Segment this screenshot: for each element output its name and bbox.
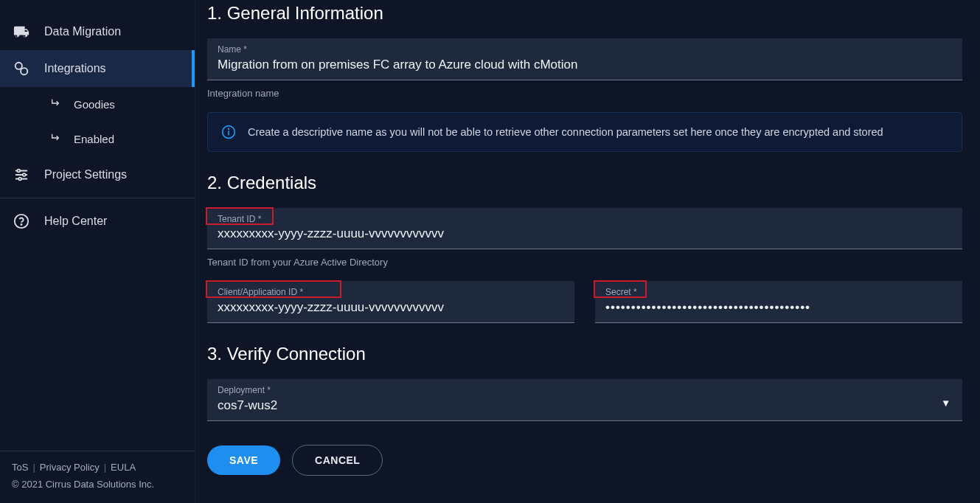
info-box: Create a descriptive name as you will no… [207,112,962,152]
sidebar-item-label: Integrations [44,62,106,75]
svg-point-12 [229,128,229,129]
footer-link-eula[interactable]: EULA [111,462,136,473]
client-id-label: Client/Application ID * [218,287,564,299]
nav-list: Data Migration Integrations Goodies Enab… [0,0,195,451]
svg-point-9 [21,224,21,225]
sidebar-item-label: Goodies [74,98,115,111]
link-icon [13,60,29,77]
sidebar-item-data-migration[interactable]: Data Migration [0,13,195,50]
client-id-field[interactable]: Client/Application ID * [207,281,574,323]
sidebar-item-label: Data Migration [44,25,121,38]
svg-point-6 [23,173,26,176]
sidebar-item-label: Help Center [44,215,107,228]
cancel-button[interactable]: CANCEL [292,445,383,476]
sliders-icon [13,167,29,183]
separator: | [104,462,106,473]
save-button[interactable]: SAVE [207,445,280,475]
sidebar: Data Migration Integrations Goodies Enab… [0,0,195,503]
divider [0,198,195,198]
sidebar-item-integrations[interactable]: Integrations [0,50,195,87]
tenant-id-label: Tenant ID * [218,214,952,226]
name-input[interactable] [218,58,952,72]
sidebar-footer: ToS | Privacy Policy | EULA © 2021 Cirru… [0,451,195,503]
deployment-label: Deployment * [218,385,941,397]
tenant-id-input[interactable] [218,226,952,241]
deployment-value: cos7-wus2 [218,398,941,413]
svg-point-1 [21,68,27,74]
action-buttons: SAVE CANCEL [207,445,962,476]
info-message: Create a descriptive name as you will no… [248,125,883,139]
sidebar-item-help-center[interactable]: Help Center [0,203,195,240]
section-title-general: 1. General Information [207,3,962,24]
footer-link-tos[interactable]: ToS [12,462,28,473]
name-label: Name * [218,44,952,56]
secret-label: Secret * [605,287,952,299]
info-icon [221,125,236,139]
tenant-id-field[interactable]: Tenant ID * [207,208,962,250]
name-field[interactable]: Name * [207,38,962,80]
sidebar-item-label: Enabled [74,133,114,145]
svg-point-8 [15,215,28,228]
separator: | [32,462,35,473]
sub-arrow-icon [50,133,62,146]
footer-links: ToS | Privacy Policy | EULA [12,462,183,473]
sub-arrow-icon [50,99,62,111]
svg-point-0 [15,63,22,69]
footer-link-privacy[interactable]: Privacy Policy [40,462,100,473]
section-title-verify: 3. Verify Connection [207,344,962,364]
svg-point-5 [18,170,21,173]
sidebar-item-label: Project Settings [44,168,127,181]
secret-field[interactable]: Secret * •••••••••••••••••••••••••••••••… [595,281,962,323]
secret-input[interactable]: •••••••••••••••••••••••••••••••••••••••• [605,300,952,315]
section-title-credentials: 2. Credentials [207,173,962,193]
deployment-select[interactable]: Deployment * cos7-wus2 ▼ [207,379,962,421]
truck-icon [13,24,29,40]
help-icon [13,213,29,229]
tenant-id-helper: Tenant ID from your Azure Active Directo… [207,257,962,268]
sidebar-item-project-settings[interactable]: Project Settings [0,156,195,193]
svg-point-7 [18,178,21,181]
name-helper: Integration name [207,88,962,99]
chevron-down-icon: ▼ [941,398,952,413]
main-content: 1. General Information Name * Integratio… [195,0,980,503]
footer-copyright: © 2021 Cirrus Data Solutions Inc. [12,479,183,490]
sidebar-subitem-goodies[interactable]: Goodies [0,87,195,122]
sidebar-subitem-enabled[interactable]: Enabled [0,122,195,156]
client-id-input[interactable] [218,300,564,315]
